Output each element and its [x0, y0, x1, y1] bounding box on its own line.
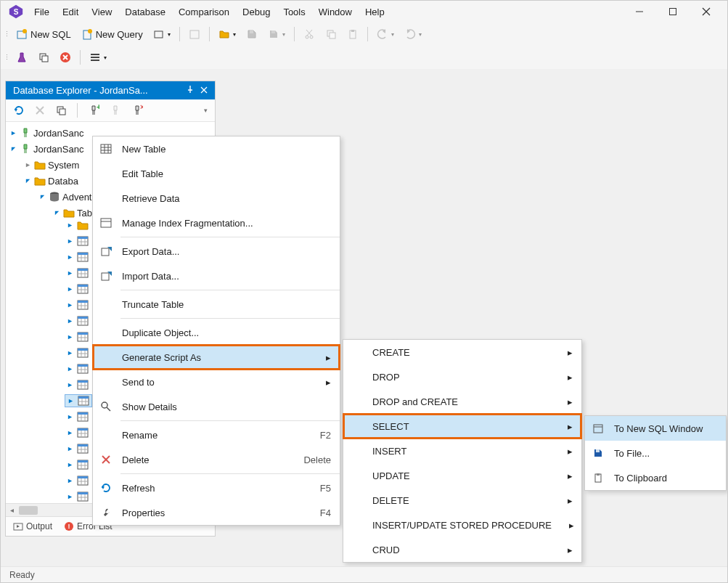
ctx-to-clipboard[interactable]: To Clipboard [585, 465, 726, 490]
ctx-new-table[interactable]: New Table [93, 136, 340, 161]
scrollbar-thumb[interactable] [19, 506, 38, 515]
delete-explorer-button[interactable] [32, 103, 48, 118]
new-sql-button[interactable]: New SQL [12, 25, 75, 43]
menu-file[interactable]: File [28, 4, 55, 20]
ctx-send-to[interactable]: Send to ▸ [93, 370, 340, 394]
ctx-label: Duplicate Object... [122, 327, 331, 338]
refresh-explorer-button[interactable] [10, 102, 28, 118]
tree-table-item[interactable] [65, 395, 91, 407]
edit-connection-button[interactable] [107, 102, 124, 118]
ctx-edit-table[interactable]: Edit Table [93, 161, 340, 186]
output-tab[interactable]: Output [13, 521, 52, 531]
tree-table-item[interactable] [65, 267, 91, 279]
svg-rect-117 [78, 412, 88, 415]
ctx-to-new-sql[interactable]: To New SQL Window [585, 416, 726, 441]
ctx-retrieve-data[interactable]: Retrieve Data [93, 186, 340, 211]
menu-view[interactable]: View [86, 4, 118, 20]
tree-table-item[interactable] [65, 235, 91, 247]
ctx-show-details[interactable]: Show Details [93, 394, 340, 419]
ctx-insert[interactable]: INSERT▸ [343, 439, 581, 463]
tb-btn-3[interactable]: ▾ [263, 25, 290, 43]
paste-button[interactable] [343, 25, 363, 43]
copy-button[interactable] [321, 25, 341, 43]
ctx-drop-create[interactable]: DROP and CREATE▸ [343, 389, 581, 414]
table-icon [77, 492, 89, 502]
tree-table-item[interactable] [65, 251, 91, 263]
delete-icon [99, 452, 113, 467]
menu-tools[interactable]: Tools [277, 4, 311, 20]
tree-table-item[interactable] [65, 411, 91, 423]
ctx-label: New Table [122, 144, 331, 155]
tree-table-item[interactable] [65, 491, 91, 502]
menu-edit[interactable]: Edit [57, 4, 84, 20]
tree-table-item[interactable] [65, 459, 91, 470]
pin-icon[interactable] [186, 85, 195, 96]
tree-table-item[interactable] [65, 363, 91, 375]
ctx-properties[interactable]: Properties F4 [93, 500, 340, 525]
ctx-rename[interactable]: Rename F2 [93, 423, 340, 447]
open-folder-button[interactable]: ▾ [214, 25, 240, 43]
folder-icon [34, 160, 46, 170]
list-button[interactable]: ▾ [85, 49, 111, 66]
svg-rect-93 [78, 348, 88, 351]
flask-button[interactable] [12, 49, 32, 66]
new-query-button[interactable]: New Query [77, 25, 147, 43]
ctx-drop[interactable]: DROP▸ [343, 364, 581, 389]
ctx-shortcut: F4 [306, 507, 331, 518]
ctx-delete2[interactable]: DELETE▸ [343, 488, 581, 513]
svg-text:×: × [140, 105, 143, 111]
minimize-button[interactable] [623, 1, 656, 23]
menu-window[interactable]: Window [313, 4, 358, 20]
tree-table-item[interactable] [65, 347, 91, 359]
ctx-generate-script[interactable]: Generate Script As ▸ [93, 345, 340, 370]
ctx-crud[interactable]: CRUD▸ [343, 537, 581, 562]
remove-connection-button[interactable]: × [128, 102, 146, 118]
tree-subfolder[interactable] [65, 219, 91, 231]
ctx-delete[interactable]: Delete Delete [93, 447, 340, 472]
close-window-button[interactable] [690, 1, 723, 23]
ctx-to-file[interactable]: To File... [585, 441, 726, 465]
tree-table-item[interactable] [65, 379, 91, 391]
menu-help[interactable]: Help [359, 4, 390, 20]
ctx-label: Export Data... [122, 246, 331, 257]
menu-debug[interactable]: Debug [237, 4, 276, 20]
copy-explorer-button[interactable] [52, 102, 70, 118]
ctx-label: Rename [122, 430, 297, 441]
ctx-create[interactable]: CREATE▸ [343, 340, 581, 364]
tree-table-item[interactable] [65, 283, 91, 295]
ctx-update[interactable]: UPDATE▸ [343, 463, 581, 488]
menu-database[interactable]: Database [119, 4, 171, 20]
explorer-dropdown[interactable]: ▾ [201, 105, 210, 116]
close-panel-icon[interactable] [200, 85, 208, 96]
tb-btn-1[interactable] [184, 25, 205, 43]
tree-table-item[interactable] [65, 443, 91, 454]
ctx-refresh[interactable]: Refresh F5 [93, 476, 340, 500]
ctx-stored-proc[interactable]: INSERT/UPDATE STORED PROCEDURE▸ [343, 513, 581, 537]
table-icon [77, 380, 89, 390]
new-connection-button[interactable]: + [85, 102, 102, 118]
ctx-label: INSERT [372, 446, 550, 457]
undo-button[interactable]: ▾ [372, 25, 398, 43]
ctx-select[interactable]: SELECT▸ [343, 414, 581, 439]
tree-table-item[interactable] [65, 299, 91, 311]
tree-table-item[interactable] [65, 315, 91, 327]
ctx-truncate[interactable]: Truncate Table [93, 292, 340, 317]
cut-button[interactable] [299, 25, 319, 43]
tree-table-item[interactable] [65, 475, 91, 486]
ctx-manage-index[interactable]: Manage Index Fragmentation... [93, 211, 340, 235]
maximize-button[interactable] [656, 1, 690, 23]
menu-comparison[interactable]: Comparison [173, 4, 235, 20]
scroll-left-icon[interactable]: ◂ [6, 506, 17, 514]
ctx-import-data[interactable]: Import Data... [93, 264, 340, 288]
explorer-titlebar[interactable]: Database Explorer - JordanSa... [6, 81, 215, 99]
svg-rect-69 [78, 285, 88, 287]
copy-db-button[interactable] [33, 49, 54, 66]
tree-table-item[interactable] [65, 427, 91, 439]
stop-button[interactable] [55, 49, 75, 66]
ctx-export-data[interactable]: Export Data... [93, 239, 340, 264]
tree-table-item[interactable] [65, 331, 91, 343]
redo-button[interactable]: ▾ [400, 25, 426, 43]
tb-btn-2[interactable] [242, 25, 262, 43]
ctx-duplicate[interactable]: Duplicate Object... [93, 320, 340, 345]
open-dropdown-button[interactable]: ▾ [149, 25, 175, 43]
